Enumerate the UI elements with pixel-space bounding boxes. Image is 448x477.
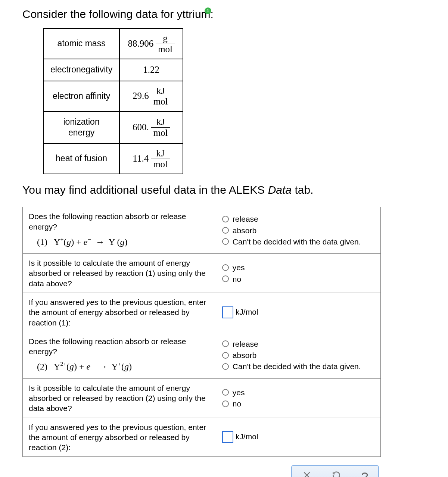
- q4-prompt-cell: Does the following reaction absorb or re…: [23, 332, 216, 378]
- prop-value: 1.22: [119, 59, 183, 81]
- q3-answer-cell: kJ/mol: [216, 293, 380, 332]
- q5-prompt-cell: Is it possible to calculate the amount o…: [23, 378, 216, 418]
- radio-option[interactable]: [222, 400, 229, 407]
- prop-label: electronegativity: [43, 59, 119, 81]
- page-title: Consider the following data for yttrium:: [22, 7, 437, 21]
- prop-label: atomic mass: [43, 28, 119, 59]
- radio-option[interactable]: [222, 363, 229, 370]
- radio-option[interactable]: [222, 216, 229, 222]
- action-bar: ?: [291, 465, 379, 477]
- reaction-2-equation: (2) Y2+(g) + e− → Y+(g): [29, 356, 210, 374]
- q2-prompt-cell: Is it possible to calculate the amount o…: [23, 254, 216, 293]
- prop-label: electron affinity: [43, 81, 119, 112]
- option-label: no: [233, 399, 241, 409]
- radio-option[interactable]: [222, 227, 229, 234]
- radio-option[interactable]: [222, 238, 229, 245]
- option-label: Can't be decided with the data given.: [233, 237, 361, 247]
- prop-value: 88.906gmol: [119, 28, 183, 59]
- prop-value: 11.4kJmol: [119, 143, 183, 174]
- unit-label: kJ/mol: [236, 307, 258, 316]
- radio-option[interactable]: [222, 389, 229, 396]
- option-label: absorb: [233, 350, 256, 360]
- table-row: atomic mass 88.906gmol: [43, 28, 183, 59]
- option-label: release: [233, 339, 258, 349]
- q4-options-cell: release absorb Can't be decided with the…: [216, 332, 380, 378]
- q2-options-cell: yes no: [216, 254, 380, 293]
- hint-badge[interactable]: 1: [205, 7, 211, 14]
- reaction-1-equation: (1) Y+(g) + e− → Y (g): [29, 232, 210, 249]
- reset-button[interactable]: [332, 470, 341, 477]
- option-label: yes: [233, 262, 245, 272]
- q6-prompt-cell: If you answered yes to the previous ques…: [23, 418, 216, 457]
- q6-answer-cell: kJ/mol: [216, 418, 380, 457]
- prop-label: ionization energy: [43, 112, 119, 144]
- energy-input-1[interactable]: [222, 306, 233, 318]
- option-label: yes: [233, 387, 245, 398]
- q1-prompt-cell: Does the following reaction absorb or re…: [23, 207, 216, 254]
- table-row: ionization energy 600.kJmol: [43, 112, 183, 144]
- radio-option[interactable]: [222, 264, 229, 271]
- properties-table: atomic mass 88.906gmol electronegativity…: [43, 28, 183, 174]
- undo-icon: [332, 470, 341, 477]
- option-label: no: [233, 274, 241, 284]
- additional-data-note: You may find additional useful data in t…: [22, 183, 437, 197]
- x-icon: [302, 470, 312, 477]
- prop-value: 600.kJmol: [119, 112, 183, 144]
- q3-prompt-cell: If you answered yes to the previous ques…: [23, 293, 216, 332]
- table-row: electronegativity 1.22: [43, 59, 183, 81]
- prop-value: 29.6kJmol: [119, 81, 183, 112]
- radio-option[interactable]: [222, 340, 229, 347]
- clear-button[interactable]: [302, 470, 312, 477]
- table-row: heat of fusion 11.4kJmol: [43, 143, 183, 174]
- option-label: Can't be decided with the data given.: [233, 361, 361, 371]
- help-button[interactable]: ?: [361, 468, 368, 477]
- energy-input-2[interactable]: [222, 431, 233, 443]
- radio-option[interactable]: [222, 352, 229, 359]
- question-table: Does the following reaction absorb or re…: [22, 207, 381, 457]
- table-row: electron affinity 29.6kJmol: [43, 81, 183, 112]
- option-label: absorb: [233, 225, 256, 236]
- option-label: release: [233, 214, 258, 224]
- q5-options-cell: yes no: [216, 378, 380, 418]
- q1-options-cell: release absorb Can't be decided with the…: [216, 207, 380, 254]
- unit-label: kJ/mol: [236, 432, 258, 441]
- radio-option[interactable]: [222, 275, 229, 282]
- prop-label: heat of fusion: [43, 143, 119, 174]
